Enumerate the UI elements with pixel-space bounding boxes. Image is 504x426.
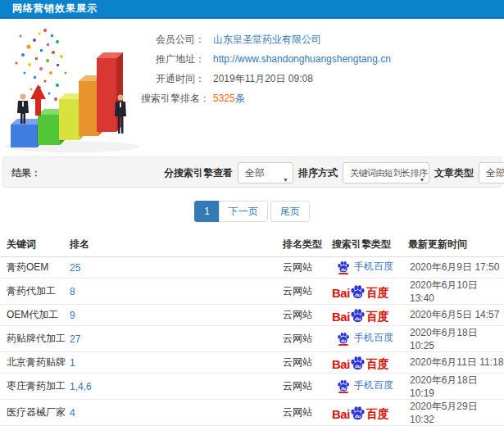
caret-down-icon: ▼: [420, 170, 425, 190]
table-row: 医疗器械厂家 4 云网站 du 百度 Bai du 百度 2020年5月29日 …: [0, 400, 504, 426]
last-page-button[interactable]: 尾页: [270, 201, 310, 222]
rank-link[interactable]: 4: [70, 407, 75, 419]
svg-text:du: du: [341, 267, 346, 272]
open-time-value: 2019年11月20日 09:08: [213, 69, 313, 88]
page: 网络营销效果展示: [0, 0, 504, 426]
engine-cell: du 手机百度 Bai du 手机百度: [332, 326, 408, 352]
baidu-logo-icon: Bai du 百度: [332, 283, 389, 299]
mobile-baidu-icon: du 手机百度: [337, 331, 393, 345]
rank-link[interactable]: 25: [70, 262, 80, 274]
rank-link[interactable]: 8: [70, 286, 75, 297]
mobile-baidu-icon: du 手机百度: [337, 378, 393, 392]
svg-text:du: du: [355, 414, 361, 419]
keyword-cell: 膏药代加工: [0, 279, 70, 305]
member-info-list: 会员公司： 山东皇圣堂药业有限公司 推广地址： http://www.shand…: [141, 19, 504, 108]
engine-cell: du 百度 Bai du 百度: [332, 352, 408, 374]
svg-text:du: du: [355, 292, 361, 297]
updated-cell: 2020年6月5日 14:57: [408, 305, 504, 326]
table-row: 药贴牌代加工 27 云网站 du 手机百度 Bai du 手机百度 2020年6…: [0, 326, 504, 352]
updated-cell: 2020年6月9日 17:50: [408, 257, 504, 279]
engine-cell: du 手机百度 Bai du 手机百度: [332, 374, 408, 400]
title-bar: 网络营销效果展示: [0, 0, 504, 19]
caret-down-icon: ▼: [283, 170, 288, 190]
result-label: 结果：: [11, 166, 41, 180]
rank-type-cell: 云网站: [283, 279, 332, 305]
keyword-cell: 北京膏药贴牌: [0, 352, 70, 374]
rank-type-cell: 云网站: [283, 305, 332, 326]
keyword-cell: 医疗器械厂家: [0, 400, 70, 426]
promo-url-link[interactable]: http://www.shandonghuangshengtang.cn: [213, 49, 391, 69]
next-page-button[interactable]: 下一页: [219, 201, 268, 222]
page-title: 网络营销效果展示: [0, 2, 98, 16]
rank-link[interactable]: 9: [70, 310, 75, 321]
pagination: 1下一页尾页: [0, 201, 504, 222]
table-row: OEM代加工 9 云网站 du 百度 Bai du 百度 2020年6月5日 1…: [0, 305, 504, 326]
filter-controls: 分搜索引擎查看 全部 ▼ 排序方式 关键词由短到长排序 ▼ 文章类型 全部 ▼ …: [164, 157, 504, 188]
rank-type-cell: 云网站: [283, 352, 332, 374]
open-time-row: 开通时间： 2019年11月20日 09:08: [141, 69, 504, 88]
keyword-cell: 药贴牌代加工: [0, 326, 70, 352]
keyword-cell: 膏药OEM: [0, 257, 70, 279]
article-type-value: 全部: [486, 167, 504, 179]
engine-select[interactable]: 全部 ▼: [238, 162, 293, 184]
rank-link[interactable]: 27: [70, 333, 80, 345]
table-row: 膏药代加工 8 云网站 du 百度 Bai du 百度 2020年6月10日 1…: [0, 279, 504, 305]
col-header-keyword: 关键词: [0, 233, 70, 257]
engine-cell: du 百度 Bai du 百度: [332, 305, 408, 326]
updated-cell: 2020年6月18日 10:25: [408, 326, 504, 352]
company-link[interactable]: 山东皇圣堂药业有限公司: [213, 29, 321, 49]
company-row: 会员公司： 山东皇圣堂药业有限公司: [141, 29, 504, 49]
svg-text:du: du: [355, 364, 361, 369]
table-row: 膏药OEM 25 云网站 du 手机百度 Bai du 手机百度 2020年6月…: [0, 257, 504, 279]
table-row: 枣庄膏药加工 1,4,6 云网站 du 手机百度 Bai du 手机百度 202…: [0, 374, 504, 400]
rank-unit-link[interactable]: 条: [235, 93, 245, 104]
svg-text:du: du: [341, 386, 346, 391]
baidu-logo-icon: Bai du 百度: [332, 307, 389, 323]
keyword-rank-table: 关键词 排名 排名类型 搜索引擎类型 最新更新时间 膏药OEM 25 云网站 d…: [0, 233, 504, 426]
bar-chart-illustration: [0, 24, 152, 155]
baidu-logo-icon: Bai du 百度: [332, 405, 389, 420]
keyword-cell: 枣庄膏药加工: [0, 374, 70, 400]
article-type-label: 文章类型: [434, 166, 474, 180]
col-header-rank-type: 排名类型: [283, 233, 332, 257]
rank-type-cell: 云网站: [283, 400, 332, 426]
col-header-rank: 排名: [70, 233, 283, 257]
engine-cell: du 百度 Bai du 百度: [332, 400, 408, 426]
rank-type-cell: 云网站: [283, 326, 332, 352]
engine-cell: du 手机百度 Bai du 手机百度: [332, 257, 408, 279]
updated-cell: 2020年6月10日 13:40: [408, 279, 504, 305]
svg-text:du: du: [355, 316, 361, 321]
sort-select[interactable]: 关键词由短到长排序 ▼: [343, 162, 429, 184]
baidu-logo-icon: Bai du 百度: [332, 355, 389, 370]
col-header-updated: 最新更新时间: [408, 233, 504, 257]
updated-cell: 2020年6月18日 10:19: [408, 374, 504, 400]
rank-type-cell: 云网站: [283, 257, 332, 279]
sort-select-value: 关键词由短到长排序: [350, 168, 428, 178]
rank-link[interactable]: 1: [70, 357, 75, 369]
rank-count: 5325: [213, 93, 235, 104]
filter-bar: 结果： 分搜索引擎查看 全部 ▼ 排序方式 关键词由短到长排序 ▼ 文章类型 全…: [2, 156, 502, 188]
promo-url-row: 推广地址： http://www.shandonghuangshengtang.…: [141, 49, 504, 69]
updated-cell: 2020年5月29日 10:32: [408, 400, 504, 426]
sort-filter-label: 排序方式: [298, 166, 338, 180]
table-row: 北京膏药贴牌 1 云网站 du 百度 Bai du 百度 2020年6月11日 …: [0, 352, 504, 374]
engine-rank-row: 搜索引擎排名： 5325条: [141, 88, 504, 108]
rank-type-cell: 云网站: [283, 374, 332, 400]
col-header-engine-type: 搜索引擎类型: [332, 233, 408, 257]
svg-text:du: du: [341, 338, 346, 343]
engine-rank-value: 5325条: [213, 88, 245, 108]
keyword-cell: OEM代加工: [0, 305, 70, 326]
rank-link[interactable]: 1,4,6: [70, 381, 92, 392]
engine-select-value: 全部: [245, 167, 265, 179]
mobile-baidu-icon: du 手机百度: [337, 260, 393, 274]
page-1-button[interactable]: 1: [194, 201, 220, 222]
table-header-row: 关键词 排名 排名类型 搜索引擎类型 最新更新时间: [0, 233, 504, 257]
updated-cell: 2020年6月11日 11:18: [408, 352, 504, 374]
member-info-section: 会员公司： 山东皇圣堂药业有限公司 推广地址： http://www.shand…: [0, 19, 504, 156]
engine-cell: du 百度 Bai du 百度: [332, 279, 408, 305]
engine-filter-label: 分搜索引擎查看: [164, 166, 233, 180]
article-type-select[interactable]: 全部 ▼: [479, 162, 504, 184]
